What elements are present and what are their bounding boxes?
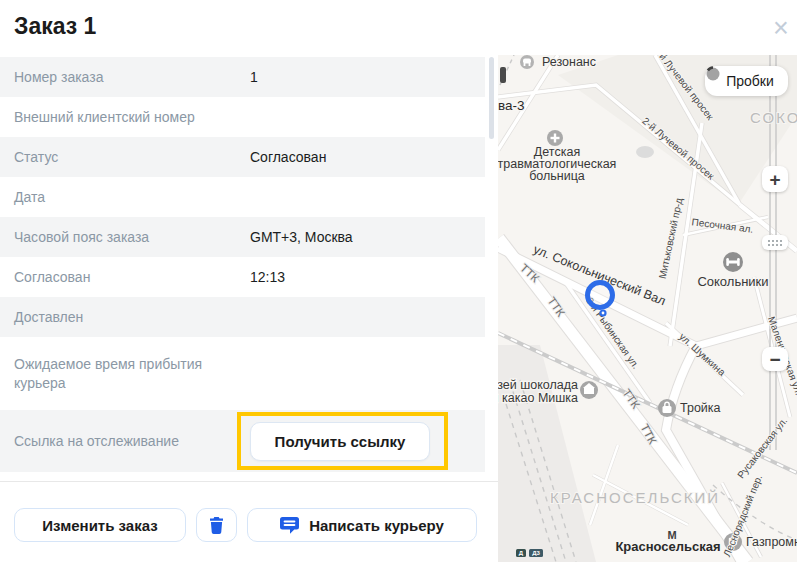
rail-badge-label: Д xyxy=(519,550,524,556)
pond xyxy=(636,146,654,158)
district-label: СОКОЛЬНИКИ xyxy=(750,109,797,126)
map-label: и какао Мишка xyxy=(498,391,578,405)
trash-icon xyxy=(209,517,224,534)
map-canvas[interactable]: Резонанс ва-3 Детская травматологическая… xyxy=(498,55,797,562)
close-icon[interactable]: × xyxy=(766,14,796,44)
map-tiles: Резонанс ва-3 Детская травматологическая… xyxy=(498,55,797,562)
table-row: Дата xyxy=(0,177,485,217)
page-title: Заказ 1 xyxy=(14,13,96,40)
table-row: Часовой пояс заказа GMT+3, Москва xyxy=(0,217,485,257)
row-label: Согласован xyxy=(14,268,239,287)
map-label: Музей шоколада xyxy=(498,378,578,392)
row-value: GMT+3, Москва xyxy=(250,229,353,245)
map-label: Тройка xyxy=(680,401,721,415)
edit-order-button[interactable]: Изменить заказ xyxy=(14,508,186,542)
order-dialog: Заказ 1 × Номер заказа 1 Внешний клиентс… xyxy=(0,0,797,562)
row-label: Дата xyxy=(14,188,239,207)
row-label: Внешний клиентский номер xyxy=(14,108,239,127)
row-value: 12:13 xyxy=(250,269,285,285)
map-label: Красносельская xyxy=(615,539,720,554)
traffic-button[interactable]: Пробки xyxy=(705,66,788,96)
row-label: Ссылка на отслеживание xyxy=(14,432,239,451)
table-row: Статус Согласован xyxy=(0,137,485,177)
row-value: 1 xyxy=(250,69,258,85)
row-label: Ожидаемое время прибытия курьера xyxy=(14,355,239,393)
table-row: Номер заказа 1 xyxy=(0,57,485,97)
drag-dots-icon xyxy=(768,240,770,242)
district-label: КРАСНОСЕЛЬСКИЙ xyxy=(550,489,720,506)
map-label: Газпромнефть xyxy=(746,535,797,549)
delete-order-button[interactable] xyxy=(196,508,237,542)
map-label: ва-3 xyxy=(498,98,525,113)
table-row: Согласован 12:13 xyxy=(0,257,485,297)
rail-badge-label: Д3 xyxy=(532,550,540,556)
message-courier-label: Написать курьеру xyxy=(309,517,444,534)
table-row: Доставлен xyxy=(0,297,485,337)
map-label: Резонанс xyxy=(542,55,596,69)
row-value: Согласован xyxy=(250,149,326,165)
scrollbar-thumb[interactable] xyxy=(489,57,494,139)
get-link-button[interactable]: Получить ссылку xyxy=(250,422,430,461)
zoom-slider-handle[interactable] xyxy=(762,235,788,250)
table-row: Внешний клиентский номер xyxy=(0,97,485,137)
zoom-out-button[interactable]: − xyxy=(762,347,788,371)
chat-icon xyxy=(280,517,299,534)
table-row: Ожидаемое время прибытия курьера xyxy=(0,337,485,410)
row-label: Номер заказа xyxy=(14,68,239,87)
zoom-in-button[interactable]: + xyxy=(762,166,788,192)
row-label: Часовой пояс заказа xyxy=(14,228,239,247)
map-label: больница xyxy=(529,169,585,183)
traffic-label: Пробки xyxy=(726,73,774,89)
message-courier-button[interactable]: Написать курьеру xyxy=(247,508,477,542)
divider xyxy=(0,481,498,482)
row-label: Статус xyxy=(14,148,239,167)
station-icon xyxy=(500,67,506,83)
map-label: Сокольники xyxy=(697,274,768,289)
row-label: Доставлен xyxy=(14,308,239,327)
